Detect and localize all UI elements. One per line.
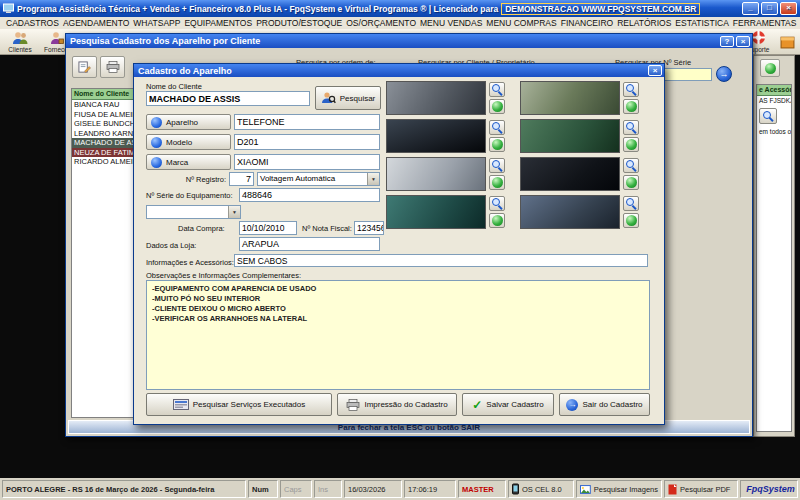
menu-os-orcamento[interactable]: OS/ORÇAMENTO <box>344 18 418 28</box>
background-search-button[interactable] <box>759 108 777 124</box>
status-time: 17:06:19 <box>404 480 456 498</box>
menu-compras[interactable]: MENU COMPRAS <box>484 18 558 28</box>
client-row[interactable]: GISELE BUNDCHE <box>72 119 134 129</box>
marca-field[interactable]: XIAOMI <box>234 154 380 170</box>
pesquisar-pdf-button[interactable]: Pesquisar PDF <box>664 480 738 498</box>
photo-open-button[interactable] <box>623 175 639 190</box>
print-list-button[interactable] <box>100 56 125 78</box>
registro-field[interactable]: 7 <box>229 172 254 186</box>
menu-cadastros[interactable]: CADASTROS <box>4 18 61 28</box>
photo-open-button[interactable] <box>489 175 505 190</box>
serie-field[interactable]: 488646 <box>239 188 380 202</box>
modelo-field[interactable]: D201 <box>234 134 380 150</box>
marca-icon <box>151 157 162 168</box>
clientes-label: Clientes <box>8 46 31 53</box>
background-tool-button[interactable] <box>760 59 780 77</box>
client-row[interactable]: FIUSA DE ALMEID <box>72 110 134 120</box>
photo-zoom-button[interactable] <box>623 196 639 211</box>
dialog-close-button[interactable]: × <box>648 65 662 76</box>
client-row[interactable]: NEUZA DE FATIM <box>72 148 134 158</box>
nota-fiscal-field[interactable]: 123456 <box>354 221 384 235</box>
photo-open-button[interactable] <box>489 99 505 114</box>
pesquisar-imagens-label: Pesquisar Imagens <box>594 485 658 494</box>
app-titlebar: Programa Assistência Técnica + Vendas + … <box>0 0 800 17</box>
photo-zoom-button[interactable] <box>623 82 639 97</box>
info-acessorios-field[interactable]: SEM CABOS <box>234 254 648 267</box>
menu-estatistica[interactable]: ESTATISTICA <box>673 18 731 28</box>
maximize-button[interactable]: □ <box>761 2 778 15</box>
pesquisar-cliente-button[interactable]: Pesquisar <box>315 86 381 110</box>
clients-icon <box>12 31 28 45</box>
menu-produto-estoque[interactable]: PRODUTO/ESTOQUE <box>254 18 344 28</box>
registro-label: Nº Registro: <box>146 175 226 184</box>
client-row[interactable]: LEANDRO KARNA <box>72 129 134 139</box>
child-help-button[interactable]: ? <box>720 36 734 47</box>
photo-open-button[interactable] <box>623 99 639 114</box>
dados-loja-field[interactable]: ARAPUA <box>239 237 380 251</box>
clientes-button[interactable]: Clientes <box>2 29 38 54</box>
data-compra-label: Data Compra: <box>178 224 225 233</box>
aparelho-button[interactable]: Aparelho <box>146 114 231 130</box>
menu-agendamento[interactable]: AGENDAMENTO <box>61 18 131 28</box>
package-icon[interactable] <box>780 34 795 49</box>
photo-zoom-button[interactable] <box>489 196 505 211</box>
chevron-down-icon[interactable]: ▼ <box>367 173 379 185</box>
list-item[interactable]: AS FJSDKJ KSA <box>757 96 791 105</box>
aparelho-field[interactable]: TELEFONE <box>234 114 380 130</box>
modelo-button[interactable]: Modelo <box>146 134 231 150</box>
nome-cliente-label: Nome do Cliente <box>146 82 202 91</box>
photo-zoom-button[interactable] <box>623 120 639 135</box>
photo-zoom-button[interactable] <box>489 158 505 173</box>
equipment-photo-7[interactable] <box>386 195 486 229</box>
photo-open-button[interactable] <box>623 137 639 152</box>
new-record-button[interactable] <box>72 56 97 78</box>
photo-zoom-button[interactable] <box>623 158 639 173</box>
salvar-button[interactable]: ✓ Salvar Cadastro <box>462 393 554 416</box>
data-compra-field[interactable]: 10/10/2010 <box>239 221 297 235</box>
nome-cliente-field[interactable]: MACHADO DE ASSIS <box>146 91 310 106</box>
equipment-photo-5[interactable] <box>386 157 486 191</box>
record-icon <box>765 63 776 74</box>
equipment-photo-4[interactable] <box>520 119 620 153</box>
client-row[interactable]: BIANCA RAU <box>72 100 134 110</box>
menu-financeiro[interactable]: FINANCEIRO <box>559 18 615 28</box>
equipment-photo-2[interactable] <box>520 81 620 115</box>
menu-vendas[interactable]: MENU VENDAS <box>418 18 484 28</box>
voltagem-combo[interactable]: Voltagem Automática ▼ <box>257 172 380 186</box>
modelo-label: Modelo <box>166 138 192 147</box>
sair-button[interactable]: → Sair do Cadastro <box>559 393 650 416</box>
photo-open-button[interactable] <box>623 213 639 228</box>
menu-equipamentos[interactable]: EQUIPAMENTOS <box>182 18 254 28</box>
empty-combo[interactable]: ▼ <box>146 205 241 219</box>
menu-ferramentas[interactable]: FERRAMENTAS <box>731 18 799 28</box>
photo-open-button[interactable] <box>489 137 505 152</box>
equipment-photo-3[interactable] <box>386 119 486 153</box>
equipment-photo-1[interactable] <box>386 81 486 115</box>
equipment-photo-8[interactable] <box>520 195 620 229</box>
minimize-button[interactable]: _ <box>742 2 759 15</box>
chevron-down-icon[interactable]: ▼ <box>228 206 240 218</box>
status-caps-lock: Caps <box>280 480 312 498</box>
list-item[interactable]: em todos os cd <box>757 127 791 136</box>
client-row-selected[interactable]: MACHADO DE AS <box>72 138 134 148</box>
photo-zoom-button[interactable] <box>489 120 505 135</box>
equipment-photo-6[interactable] <box>520 157 620 191</box>
observacoes-field[interactable]: -EQUIPAMENTO COM APARENCIA DE USADO -MUI… <box>146 280 650 390</box>
marca-button[interactable]: Marca <box>146 154 231 170</box>
pesquisar-imagens-button[interactable]: Pesquisar Imagens <box>576 480 662 498</box>
search-go-button[interactable]: → <box>716 66 732 82</box>
close-button[interactable]: × <box>780 2 797 15</box>
photo-zoom-button[interactable] <box>489 82 505 97</box>
empty-combo-value <box>147 206 228 218</box>
menu-whatsapp[interactable]: WHATSAPP <box>131 18 182 28</box>
menu-relatorios[interactable]: RELATÓRIOS <box>615 18 673 28</box>
impressao-button[interactable]: Impressão do Cadastro <box>337 393 457 416</box>
pesquisar-servicos-button[interactable]: Pesquisar Serviços Executados <box>146 393 332 416</box>
photo-open-button[interactable] <box>489 213 505 228</box>
client-row[interactable]: RICARDO ALMEID <box>72 157 134 167</box>
child-close-button[interactable]: × <box>736 36 750 47</box>
open-photo-icon <box>492 177 503 188</box>
status-date: 16/03/2026 <box>344 480 402 498</box>
client-list-header: Nome do Cliente <box>72 89 134 100</box>
magnifier-icon <box>492 198 503 209</box>
